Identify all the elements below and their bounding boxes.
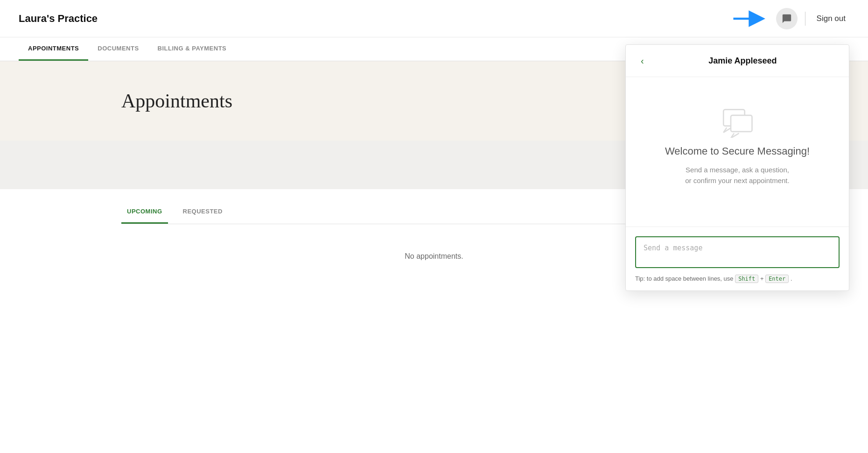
- message-icon-button[interactable]: [776, 8, 798, 29]
- messages-icon: [721, 105, 754, 138]
- message-input[interactable]: [635, 236, 840, 268]
- page-title: Appointments: [121, 90, 232, 112]
- chat-icon: [782, 14, 792, 24]
- tab-requested[interactable]: REQUESTED: [177, 204, 228, 224]
- enter-key: Enter: [765, 275, 789, 283]
- blue-arrow-icon: [731, 9, 769, 28]
- logo: Laura's Practice: [19, 13, 98, 25]
- header: Laura's Practice Sign out: [0, 0, 868, 37]
- header-divider: [805, 12, 805, 26]
- panel-header: ‹ Jamie Appleseed: [626, 45, 849, 77]
- tab-appointments[interactable]: APPOINTMENTS: [19, 37, 88, 61]
- tab-upcoming[interactable]: UPCOMING: [121, 204, 168, 224]
- panel-footer: Tip: to add space between lines, use Shi…: [626, 226, 849, 289]
- tab-documents[interactable]: DOCUMENTS: [88, 37, 148, 61]
- panel-back-button[interactable]: ‹: [637, 54, 648, 67]
- tip-text: Tip: to add space between lines, use Shi…: [635, 275, 840, 283]
- header-right: Sign out: [731, 8, 849, 29]
- panel-body: Welcome to Secure Messaging! Send a mess…: [626, 77, 849, 226]
- messaging-panel: ‹ Jamie Appleseed Welcome to Secure Mess…: [625, 44, 849, 289]
- arrow-indicator: [731, 9, 769, 28]
- welcome-title: Welcome to Secure Messaging!: [665, 145, 810, 157]
- welcome-subtitle: Send a message, ask a question,or confir…: [685, 165, 789, 186]
- sign-out-button[interactable]: Sign out: [813, 12, 849, 25]
- tab-billing[interactable]: BILLING & PAYMENTS: [148, 37, 236, 61]
- panel-title: Jamie Appleseed: [648, 56, 838, 66]
- shift-key: Shift: [735, 275, 758, 283]
- svg-rect-3: [731, 115, 752, 132]
